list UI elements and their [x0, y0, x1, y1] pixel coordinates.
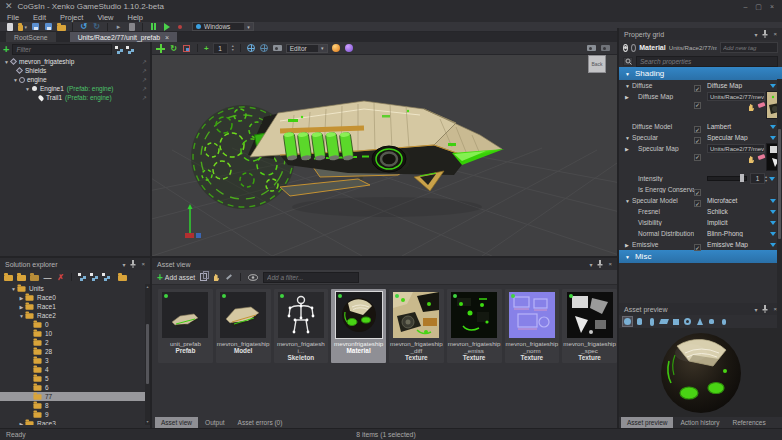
- component-view-alt-icon[interactable]: [126, 46, 134, 54]
- asset-filter-input[interactable]: [263, 272, 359, 283]
- property-row-emissive[interactable]: ▶ Emissive ✓ Emissive Map: [619, 239, 782, 250]
- checkbox[interactable]: ✓: [694, 244, 701, 251]
- build-doc-button[interactable]: [127, 22, 136, 31]
- pin-icon[interactable]: [762, 305, 768, 313]
- view-mode-1-icon[interactable]: [78, 273, 86, 281]
- new-folder-button[interactable]: [17, 273, 26, 282]
- tree-item-mevron-frigateship[interactable]: ▼ mevron_frigateship ↗: [0, 57, 150, 66]
- tree-item-8[interactable]: 8: [0, 401, 150, 410]
- remove-button[interactable]: —: [43, 273, 52, 282]
- tab-action-history[interactable]: Action history: [674, 417, 725, 428]
- checkbox[interactable]: ✓: [694, 154, 701, 161]
- import-button[interactable]: [57, 22, 66, 31]
- tree-item-6[interactable]: 6: [0, 383, 150, 392]
- platform-combo[interactable]: Windows ▾: [192, 22, 254, 31]
- viewport-3d-scene[interactable]: [152, 55, 617, 256]
- expander-icon[interactable]: ▼: [12, 77, 19, 83]
- intensity-spinner[interactable]: ▴▾: [765, 175, 767, 183]
- local-space-button[interactable]: [260, 44, 269, 53]
- add-asset-button[interactable]: + Add asset: [157, 272, 195, 283]
- new-file-button[interactable]: [5, 22, 14, 31]
- link-arrow-icon[interactable]: ↗: [142, 58, 147, 65]
- save-button[interactable]: [31, 22, 40, 31]
- menu-view[interactable]: View: [97, 13, 113, 22]
- lighting-mode-button[interactable]: [345, 44, 354, 53]
- undo-button[interactable]: ↺: [79, 22, 88, 31]
- dropdown-caret-icon[interactable]: [770, 84, 776, 88]
- alt-asset-radio-icon[interactable]: [631, 44, 636, 52]
- asset-tile-texture-diff[interactable]: mevron_frigateship_diff Texture: [389, 289, 444, 363]
- solution-scrollbar[interactable]: ▴ ▾: [145, 284, 150, 425]
- tree-item-77-selected[interactable]: 77: [0, 392, 150, 401]
- tab-close-icon[interactable]: ×: [165, 34, 169, 41]
- record-button[interactable]: [175, 22, 184, 31]
- preview-shape-cylinder-button[interactable]: [635, 317, 644, 326]
- asset-tile-texture-spec[interactable]: mevron_frigateship_spec Texture: [562, 289, 617, 363]
- menu-file[interactable]: File: [7, 13, 19, 22]
- dropdown-caret-icon[interactable]: [770, 199, 776, 203]
- preview-shape-cube-button[interactable]: [671, 317, 680, 326]
- tree-item-9[interactable]: 9: [0, 410, 150, 419]
- snap-value-input[interactable]: [213, 43, 228, 54]
- tree-item-10[interactable]: 10: [0, 329, 150, 338]
- tab-asset-errors[interactable]: Asset errors (0): [232, 417, 289, 428]
- property-row-specular[interactable]: ▼ Specular ✓ Specular Map: [619, 132, 782, 143]
- preview-shape-torus-button[interactable]: [683, 317, 692, 326]
- open-in-explorer-button[interactable]: [30, 273, 39, 282]
- copy-asset-icon[interactable]: [200, 273, 207, 281]
- asset-tile-texture-norm[interactable]: mevron_frigateship_norm Texture: [505, 289, 560, 363]
- delete-button[interactable]: ✗: [56, 273, 65, 282]
- tab-output[interactable]: Output: [199, 417, 231, 428]
- property-row-visibility[interactable]: Visibility Implicit: [619, 217, 782, 228]
- tree-item-3[interactable]: 3: [0, 356, 150, 365]
- property-search-input[interactable]: [636, 56, 778, 67]
- component-view-icon[interactable]: [115, 46, 123, 54]
- link-arrow-icon[interactable]: ↗: [142, 85, 147, 92]
- rotate-gizmo-button[interactable]: ↻: [169, 44, 178, 53]
- tab-asset-preview[interactable]: Asset preview: [621, 417, 673, 428]
- view-mode-3-icon[interactable]: [102, 273, 110, 281]
- dropdown-caret-icon[interactable]: [770, 210, 776, 214]
- pin-icon[interactable]: [597, 260, 603, 268]
- add-entity-button[interactable]: +: [3, 44, 9, 55]
- tab-asset-view[interactable]: Asset view: [155, 417, 198, 428]
- open-button[interactable]: ▾: [18, 22, 27, 31]
- camera-snap-button[interactable]: [273, 44, 282, 53]
- preview-shape-custom-button[interactable]: [719, 317, 728, 326]
- slider-thumb[interactable]: [740, 174, 744, 182]
- pin-icon[interactable]: [130, 260, 136, 268]
- asset-tile-model[interactable]: mevron_frigateship Model: [216, 289, 271, 363]
- run-target-button[interactable]: ▸: [114, 22, 123, 31]
- checkbox[interactable]: ✓: [694, 102, 701, 109]
- tree-item-units[interactable]: ▼Units: [0, 284, 150, 293]
- preview-shape-cone-button[interactable]: [695, 317, 704, 326]
- visibility-eye-icon[interactable]: [248, 274, 258, 281]
- property-row-specular-model[interactable]: ▼ Specular Model ✓ Microfacet: [619, 195, 782, 206]
- dropdown-caret-icon[interactable]: [770, 243, 776, 247]
- expander-icon[interactable]: ▼: [3, 59, 10, 65]
- close-button[interactable]: ×: [770, 3, 774, 11]
- tree-item-race2[interactable]: ▼Race2: [0, 311, 150, 320]
- panel-close-icon[interactable]: ×: [608, 261, 612, 267]
- tree-item-28[interactable]: 28: [0, 347, 150, 356]
- tree-item-race0[interactable]: ▶Race0: [0, 293, 150, 302]
- tree-item-race1[interactable]: ▶Race1: [0, 302, 150, 311]
- property-grid-scrollbar[interactable]: [777, 79, 782, 329]
- save-all-button[interactable]: [44, 22, 53, 31]
- dropdown-caret-icon[interactable]: [770, 136, 776, 140]
- edit-pencil-icon[interactable]: [225, 273, 233, 281]
- pause-button[interactable]: [149, 22, 158, 31]
- tree-item-engine[interactable]: ▼ engine ↗: [0, 75, 150, 84]
- packages-button[interactable]: [118, 273, 127, 282]
- menu-edit[interactable]: Edit: [33, 13, 46, 22]
- tree-item-2[interactable]: 2: [0, 338, 150, 347]
- preview-shape-sphere-button[interactable]: [623, 317, 632, 326]
- editor-mode-combo[interactable]: Editor ▾: [286, 44, 328, 53]
- tab-references[interactable]: References: [727, 417, 772, 428]
- preview-shape-plane-button[interactable]: [659, 317, 668, 326]
- pin-icon[interactable]: [762, 30, 768, 38]
- link-arrow-icon[interactable]: ↗: [142, 94, 147, 101]
- link-arrow-icon[interactable]: ↗: [142, 67, 147, 74]
- select-hand-icon[interactable]: [212, 273, 220, 282]
- pick-hand-icon[interactable]: [747, 103, 755, 112]
